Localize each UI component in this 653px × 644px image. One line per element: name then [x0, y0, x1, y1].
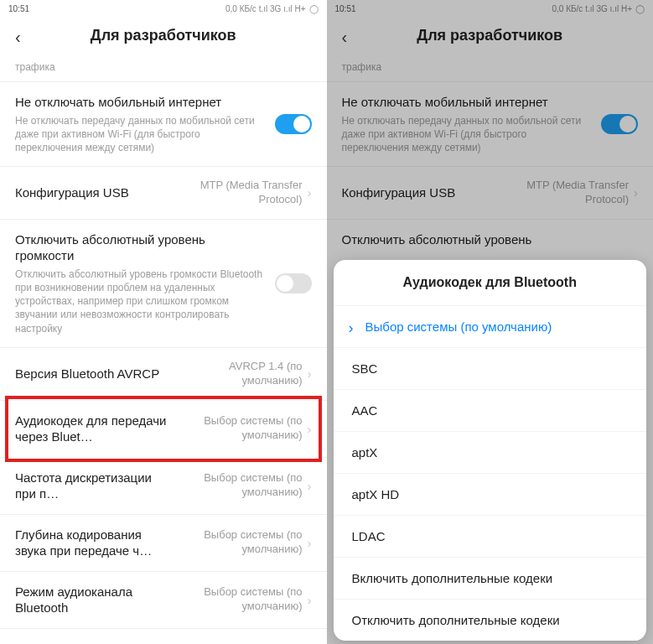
- codec-option-aptx[interactable]: aptX: [334, 431, 647, 473]
- row-bluetooth-codec[interactable]: Аудиокодек для передачи через Bluet… Выб…: [0, 401, 327, 458]
- chevron-right-icon: ›: [308, 536, 312, 550]
- codec-option-default[interactable]: Выбор системы (по умолчанию): [334, 305, 647, 347]
- row-value: Выбор системы (по умолчанию): [177, 471, 303, 500]
- codec-option-enable-extra[interactable]: Включить дополнительные кодеки: [334, 557, 647, 599]
- codec-option-disable-extra[interactable]: Отключить дополнительные кодеки: [334, 599, 647, 641]
- toggle-mobile-data[interactable]: [275, 114, 312, 134]
- status-indicators: 0,0 КБ/с t.ıl 3G ı.ıl H+ ◯: [225, 4, 318, 13]
- row-value: Выбор системы (по умолчанию): [177, 414, 303, 443]
- row-title: Режим аудиоканала Bluetooth: [15, 584, 168, 616]
- row-value: MTP (Media Transfer Protocol): [177, 179, 303, 207]
- header: ‹ Для разработчиков: [0, 17, 327, 56]
- status-time: 10:51: [8, 4, 29, 13]
- row-title: Конфигурация USB: [15, 184, 168, 201]
- row-title: Версия Bluetooth AVRCP: [15, 366, 168, 382]
- page-title: Для разработчиков: [91, 27, 236, 44]
- row-value: AVRCP 1.4 (по умолчанию): [177, 360, 303, 388]
- dialog-title: Аудиокодек для Bluetooth: [334, 260, 647, 305]
- row-subtitle: Отключить абсолютный уровень громкости B…: [15, 267, 267, 335]
- row-title: Аудиокодек LDAC для Bluetooth: качество …: [15, 641, 168, 644]
- chevron-right-icon: ›: [308, 479, 312, 493]
- screen-right: 10:51 0,0 КБ/с t.ıl 3G ı.ıl H+ ◯ ‹ Для р…: [327, 0, 654, 644]
- row-title: Глубина кодирования звука при передаче ч…: [15, 527, 168, 559]
- screen-left: 10:51 0,0 КБ/с t.ıl 3G ı.ıl H+ ◯ ‹ Для р…: [0, 0, 327, 644]
- codec-dialog: Аудиокодек для Bluetooth Выбор системы (…: [334, 260, 647, 641]
- codec-option-aac[interactable]: AAC: [334, 389, 647, 431]
- codec-option-ldac[interactable]: LDAC: [334, 515, 647, 557]
- row-value: Выбор системы (по умолчанию): [177, 528, 303, 557]
- chevron-right-icon: ›: [308, 593, 312, 607]
- row-channel-mode[interactable]: Режим аудиоканала Bluetooth Выбор систем…: [0, 572, 327, 629]
- status-bar: 10:51 0,0 КБ/с t.ıl 3G ı.ıl H+ ◯: [0, 0, 327, 17]
- row-title: Частота дискретизации при п…: [15, 470, 168, 502]
- back-icon[interactable]: ‹: [15, 29, 21, 45]
- row-mobile-data[interactable]: Не отключать мобильный интернет Не отклю…: [0, 82, 327, 167]
- row-avrcp[interactable]: Версия Bluetooth AVRCP AVRCP 1.4 (по умо…: [0, 348, 327, 401]
- row-usb-config[interactable]: Конфигурация USB MTP (Media Transfer Pro…: [0, 167, 327, 220]
- battery-icon: ◯: [309, 4, 319, 13]
- row-sample-rate[interactable]: Частота дискретизации при п… Выбор систе…: [0, 458, 327, 515]
- chevron-right-icon: ›: [308, 185, 312, 200]
- row-title: Аудиокодек для передачи через Bluet…: [15, 413, 168, 445]
- chevron-right-icon: ›: [308, 366, 312, 381]
- row-title: Отключить абсолютный уровень громкости: [15, 231, 267, 264]
- codec-option-aptxhd[interactable]: aptX HD: [334, 473, 647, 515]
- row-value: Выбор системы (по умолчанию): [177, 585, 303, 614]
- row-title: Не отключать мобильный интернет: [15, 94, 267, 111]
- codec-option-sbc[interactable]: SBC: [334, 347, 647, 389]
- row-ldac[interactable]: Аудиокодек LDAC для Bluetooth: качество …: [0, 629, 327, 644]
- chevron-right-icon: ›: [308, 422, 312, 436]
- row-absolute-volume[interactable]: Отключить абсолютный уровень громкости О…: [0, 220, 327, 348]
- row-bit-depth[interactable]: Глубина кодирования звука при передаче ч…: [0, 515, 327, 572]
- truncated-row: трафика: [0, 56, 327, 82]
- toggle-absolute-volume[interactable]: [275, 273, 312, 293]
- row-subtitle: Не отключать передачу данных по мобильно…: [15, 114, 267, 155]
